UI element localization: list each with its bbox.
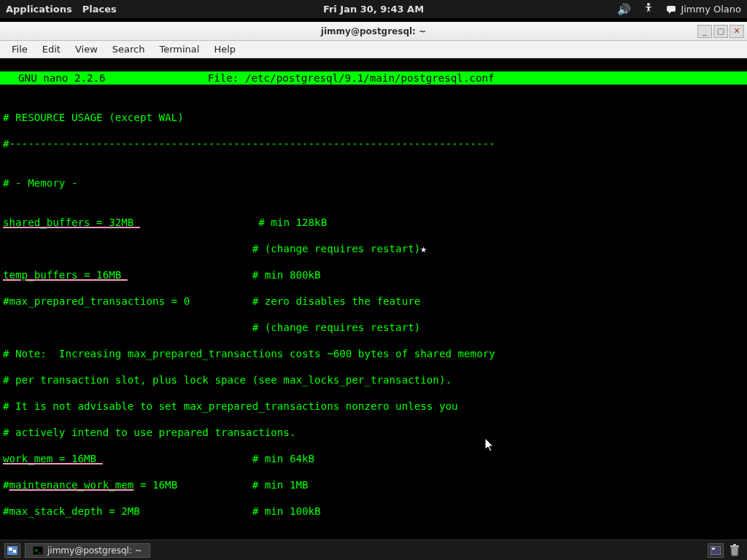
menu-search[interactable]: Search xyxy=(107,42,151,56)
terminal-content[interactable]: GNU nano 2.2.6File: /etc/postgresql/9.1/… xyxy=(0,58,747,540)
close-button[interactable]: ✕ xyxy=(729,25,744,38)
user-name: Jimmy Olano xyxy=(681,4,741,15)
window-title: jimmy@postgresql: ~ xyxy=(321,26,426,36)
terminal-window: jimmy@postgresql: ~ _ ▢ ✕ File Edit View… xyxy=(0,22,747,540)
maximize-button[interactable]: ▢ xyxy=(713,25,728,38)
menu-terminal[interactable]: Terminal xyxy=(153,42,205,56)
show-desktop-button[interactable] xyxy=(4,543,20,558)
terminal-icon: >_ xyxy=(33,546,43,555)
editor-body: # RESOURCE USAGE (except WAL) #---------… xyxy=(0,98,747,560)
svg-text:>_: >_ xyxy=(34,548,42,553)
taskbar-item-terminal[interactable]: >_ jimmy@postgresql: ~ xyxy=(25,543,150,558)
svg-rect-4 xyxy=(13,550,16,553)
places-menu[interactable]: Places xyxy=(82,4,117,15)
gnome-bottom-panel: >_ jimmy@postgresql: ~ xyxy=(0,540,747,560)
menu-file[interactable]: File xyxy=(6,42,34,56)
taskbar-item-label: jimmy@postgresql: ~ xyxy=(47,545,142,556)
accessibility-icon[interactable] xyxy=(643,2,654,16)
user-menu[interactable]: Jimmy Olano xyxy=(666,4,741,15)
chat-icon xyxy=(666,4,676,15)
minimize-button[interactable]: _ xyxy=(697,25,712,38)
trash-icon[interactable] xyxy=(727,543,743,558)
svg-rect-1 xyxy=(667,6,676,12)
clock[interactable]: Fri Jan 30, 9:43 AM xyxy=(323,4,424,15)
applications-menu[interactable]: Applications xyxy=(6,4,72,15)
menu-view[interactable]: View xyxy=(69,42,104,56)
menu-edit[interactable]: Edit xyxy=(36,42,66,56)
nano-header: GNU nano 2.2.6File: /etc/postgresql/9.1/… xyxy=(0,71,747,85)
svg-point-0 xyxy=(647,3,650,6)
svg-rect-11 xyxy=(733,544,736,545)
svg-rect-8 xyxy=(711,546,721,555)
terminal-menubar: File Edit View Search Terminal Help xyxy=(0,41,747,58)
svg-rect-3 xyxy=(9,548,12,551)
workspace-switcher[interactable] xyxy=(708,543,724,558)
window-titlebar[interactable]: jimmy@postgresql: ~ _ ▢ ✕ xyxy=(0,22,747,41)
svg-rect-10 xyxy=(730,545,739,547)
volume-icon[interactable]: 🔊 xyxy=(617,3,631,16)
gnome-top-panel: Applications Places Fri Jan 30, 9:43 AM … xyxy=(0,0,747,19)
menu-help[interactable]: Help xyxy=(208,42,241,56)
svg-rect-9 xyxy=(712,548,715,550)
